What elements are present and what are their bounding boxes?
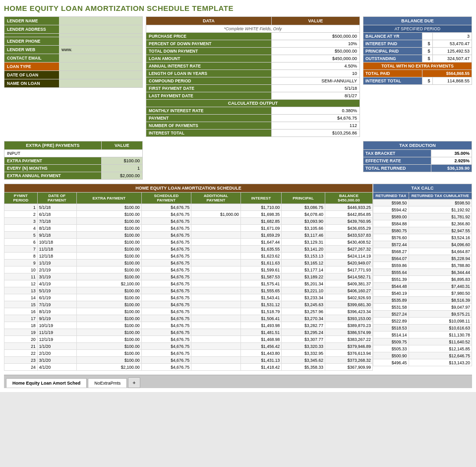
cell-period: 18 — [4, 322, 38, 329]
cell-interest: $1,443.80 — [240, 350, 281, 357]
cell-date: 5/1/18 — [37, 204, 76, 211]
lender-web-value[interactable]: www. — [59, 46, 142, 54]
cell-extra: $100.00 — [76, 357, 141, 364]
effective-rate-row: EFFECTIVE RATE 2.925% — [363, 157, 472, 165]
calc-value: 0.380% — [271, 107, 359, 115]
cell-interest: $1,710.00 — [240, 204, 281, 211]
cell-extra: $100.00 — [76, 253, 141, 260]
effective-rate-label: EFFECTIVE RATE — [363, 157, 431, 165]
col-additional: ADDITIONALPAYMENT — [191, 193, 241, 204]
table-row: 22 2/1/20 $100.00 $4,676.75 $1,443.80 $3… — [4, 350, 373, 357]
total-paid-val: $564,868.55 — [422, 70, 472, 77]
table-row: 11 3/1/19 $100.00 $4,676.75 $1,587.53 $3… — [4, 273, 373, 280]
total-returned-row: TOTAL RETURNED $36,139.90 — [363, 165, 472, 172]
tab-add-button[interactable]: + — [128, 377, 140, 388]
cell-date: 6/1/19 — [37, 294, 76, 301]
cell-period: 8 — [4, 253, 38, 260]
cell-scheduled: $4,676.75 — [141, 232, 191, 239]
cell-extra: $100.00 — [76, 308, 141, 315]
lender-name-row: LENDER NAME — [4, 16, 143, 25]
cell-scheduled: $4,676.75 — [141, 329, 191, 336]
cell-additional — [191, 204, 241, 211]
cell-ret-tax: $527.24 — [373, 311, 409, 318]
lender-phone-value[interactable] — [59, 37, 142, 45]
cell-scheduled: $4,676.75 — [141, 308, 191, 315]
tax-row: $576.60 $3,524.16 — [373, 234, 472, 241]
tax-bracket-row: TAX BRACKET 35.00% — [363, 150, 472, 157]
lender-address2-value[interactable] — [59, 34, 142, 37]
every-n-months-val: 1 — [101, 165, 142, 172]
data-label: LENGTH OF LOAN IN YEARS — [146, 70, 272, 77]
cell-scheduled: $4,676.75 — [141, 357, 191, 364]
data-table: DATA VALUE *Complete WHITE Fields, Only … — [146, 16, 360, 137]
cell-extra: $100.00 — [76, 218, 141, 225]
table-row: 9 1/1/19 $100.00 $4,676.75 $1,611.63 $3,… — [4, 260, 373, 267]
col-scheduled: SCHEDULEDPAYMENT — [141, 193, 191, 204]
cell-ret-tax: $594.42 — [373, 206, 409, 213]
interest-paid-dollar: $ — [422, 40, 432, 48]
cell-extra: $100.00 — [76, 301, 141, 308]
tabs: Home Equity Loan Amort Sched NoExtraPmts… — [4, 375, 472, 388]
lender-address-value[interactable] — [59, 25, 142, 33]
col-ret-tax: RETURNED TAX — [373, 193, 409, 200]
col-ret-cum: RETURNED TAX CUMULATIVE — [409, 193, 472, 200]
data-value: $50,000.00 — [271, 48, 359, 55]
cell-interest: $1,468.98 — [240, 336, 281, 343]
cell-additional — [191, 336, 241, 343]
cell-scheduled: $4,676.75 — [141, 204, 191, 211]
extra-annual-row: EXTRA ANNUAL PAYMENT $2,000.00 — [4, 172, 143, 180]
cell-balance: $442,854.85 — [325, 211, 372, 218]
cell-additional — [191, 315, 241, 322]
data-value: 5/1/18 — [271, 85, 359, 92]
cell-balance: $414,582.71 — [325, 273, 372, 280]
cell-date: 4/1/20 — [37, 364, 76, 371]
loan-type-row: LOAN TYPE — [4, 62, 143, 71]
cell-balance: $386,574.99 — [325, 329, 372, 336]
tax-row: $500.90 $12,646.75 — [373, 352, 472, 359]
data-row: PURCHASE PRICE$500,000.00 — [146, 33, 360, 40]
cell-scheduled: $4,676.75 — [141, 260, 191, 267]
balance-title: BALANCE DUE — [363, 17, 472, 25]
table-row: 19 11/1/19 $100.00 $4,676.75 $1,481.51 $… — [4, 329, 373, 336]
calc-row: PAYMENT$4,676.75 — [146, 115, 360, 122]
table-row: 6 10/1/18 $100.00 $4,676.75 $1,647.44 $3… — [4, 239, 373, 246]
extra-input-label: INPUT — [4, 150, 143, 157]
amort-main: HOME EQUITY LOAN AMORTIZATION SCHEDULE P… — [4, 184, 373, 371]
cell-scheduled: $4,676.75 — [141, 364, 191, 371]
cell-balance: $376,613.94 — [325, 350, 372, 357]
extra-payment-val: $100.00 — [101, 157, 142, 165]
tax-row: $527.24 $9,575.21 — [373, 311, 472, 318]
interest-total-val: 114,868.55 — [432, 77, 472, 85]
value-col-header: VALUE — [271, 17, 359, 25]
cell-additional — [191, 301, 241, 308]
cell-principal: $3,307.77 — [282, 336, 325, 343]
cell-balance: $383,267.22 — [325, 336, 372, 343]
cell-interest: $1,456.42 — [240, 343, 281, 350]
outstanding-val: 324,507.47 — [432, 55, 472, 63]
contact-email-value[interactable] — [59, 54, 142, 62]
cell-period: 7 — [4, 246, 38, 253]
cell-additional — [191, 218, 241, 225]
cell-ret-tax: $535.89 — [373, 297, 409, 304]
interest-paid-val: 53,470.47 — [432, 40, 472, 48]
cell-date: 3/1/20 — [37, 357, 76, 364]
tax-title: TAX DEDUCTION — [363, 141, 472, 150]
cell-ret-cum: $4,096.60 — [409, 241, 472, 248]
name-on-loan-value[interactable] — [59, 79, 142, 87]
cell-additional — [191, 267, 241, 273]
cell-period: 20 — [4, 336, 38, 343]
loan-type-value[interactable] — [59, 63, 142, 70]
calc-label: INTEREST TOTAL — [146, 130, 272, 137]
cell-extra: $100.00 — [76, 232, 141, 239]
cell-period: 6 — [4, 239, 38, 246]
data-value: 10% — [271, 40, 359, 48]
date-of-loan-value[interactable] — [59, 71, 142, 79]
total-paid-row: TOTAL PAID $564,868.55 — [363, 70, 472, 77]
cell-period: 17 — [4, 315, 38, 322]
data-value: $450,000.00 — [271, 55, 359, 63]
lender-name-value[interactable] — [59, 17, 142, 25]
cell-period: 22 — [4, 350, 38, 357]
cell-principal: $3,129.31 — [282, 239, 325, 246]
tab-no-extra[interactable]: NoExtraPmts — [88, 378, 127, 388]
tab-home-equity[interactable]: Home Equity Loan Amort Sched — [6, 378, 87, 388]
